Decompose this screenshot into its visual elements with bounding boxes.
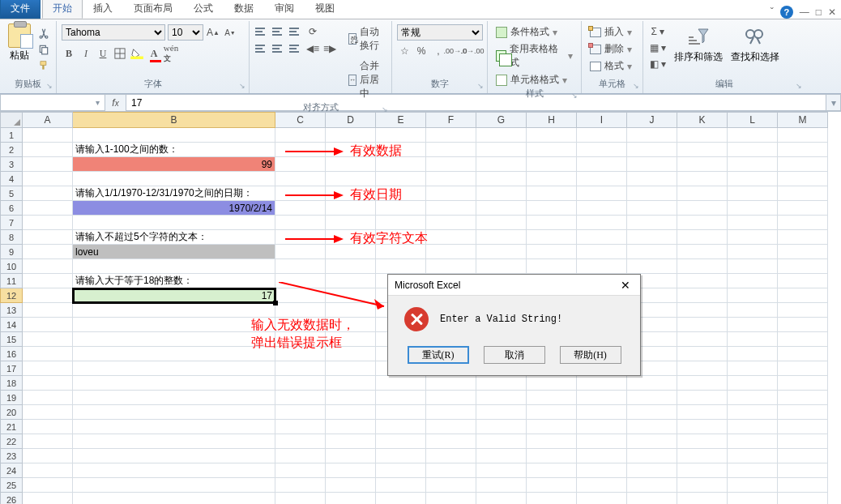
cell-A4[interactable] (23, 172, 73, 186)
cell-L22[interactable] (728, 434, 778, 449)
cell-D25[interactable] (326, 478, 376, 493)
shrink-font-button[interactable]: A▼ (223, 25, 237, 40)
cell-J5[interactable] (627, 186, 677, 201)
align-center-button[interactable] (271, 41, 286, 56)
cell-B24[interactable] (73, 463, 275, 478)
find-select-button[interactable]: 查找和选择 (729, 24, 781, 66)
font-name-select[interactable]: Tahoma (62, 24, 165, 41)
cell-F26[interactable] (426, 493, 476, 504)
formula-input[interactable]: 17 (126, 94, 826, 111)
row-header-6[interactable]: 6 (0, 201, 23, 216)
row-header-7[interactable]: 7 (0, 216, 23, 230)
cell-C8[interactable] (275, 230, 326, 245)
cell-G6[interactable] (476, 201, 527, 216)
align-middle-button[interactable] (271, 24, 286, 39)
cell-M19[interactable] (778, 391, 828, 405)
cell-F8[interactable] (426, 230, 476, 245)
cell-I19[interactable] (577, 391, 627, 405)
cell-A1[interactable] (23, 128, 73, 143)
sort-filter-button[interactable]: 排序和筛选 (672, 24, 724, 66)
cell-E7[interactable] (376, 216, 426, 230)
cell-H2[interactable] (527, 143, 577, 157)
select-all-corner[interactable] (0, 112, 23, 128)
cell-J9[interactable] (627, 245, 677, 259)
cell-A17[interactable] (23, 361, 73, 376)
cell-E4[interactable] (376, 172, 426, 186)
cell-K12[interactable] (677, 288, 728, 303)
cell-F18[interactable] (426, 376, 476, 391)
cell-L3[interactable] (728, 157, 778, 172)
cell-B14[interactable] (73, 318, 275, 332)
cell-E23[interactable] (376, 449, 426, 463)
cell-M26[interactable] (778, 493, 828, 504)
cell-B3[interactable]: 99 (73, 157, 275, 172)
tab-file[interactable]: 文件 (0, 0, 41, 19)
border-button[interactable] (113, 46, 127, 61)
col-header-G[interactable]: G (476, 112, 527, 128)
cell-B6[interactable]: 1970/2/14 (73, 201, 275, 216)
cell-K23[interactable] (677, 449, 728, 463)
cell-A21[interactable] (23, 420, 73, 434)
cell-M24[interactable] (778, 463, 828, 478)
cell-L11[interactable] (728, 274, 778, 288)
cell-I1[interactable] (577, 128, 627, 143)
cell-F10[interactable] (426, 259, 476, 274)
cell-B21[interactable] (73, 420, 275, 434)
cell-H7[interactable] (527, 216, 577, 230)
cell-J7[interactable] (627, 216, 677, 230)
tab-page-layout[interactable]: 页面布局 (123, 0, 183, 19)
cell-H6[interactable] (527, 201, 577, 216)
cell-B4[interactable] (73, 172, 275, 186)
phonetic-button[interactable]: wén文 (164, 46, 178, 61)
cell-L17[interactable] (728, 361, 778, 376)
cell-H1[interactable] (527, 128, 577, 143)
col-header-A[interactable]: A (23, 112, 73, 128)
cell-H21[interactable] (527, 420, 577, 434)
cut-button[interactable] (36, 26, 51, 41)
cell-C25[interactable] (275, 478, 326, 493)
cell-L16[interactable] (728, 347, 778, 361)
tab-formulas[interactable]: 公式 (183, 0, 224, 19)
cell-L21[interactable] (728, 420, 778, 434)
cell-L5[interactable] (728, 186, 778, 201)
ribbon-minimize-icon[interactable]: ˇ (771, 6, 774, 18)
cell-E25[interactable] (376, 478, 426, 493)
cell-G8[interactable] (476, 230, 527, 245)
cell-A14[interactable] (23, 318, 73, 332)
cell-K24[interactable] (677, 463, 728, 478)
row-header-23[interactable]: 23 (0, 449, 23, 463)
cell-I22[interactable] (577, 434, 627, 449)
cell-M3[interactable] (778, 157, 828, 172)
cell-M1[interactable] (778, 128, 828, 143)
cell-J25[interactable] (627, 478, 677, 493)
cell-E20[interactable] (376, 405, 426, 420)
cell-C21[interactable] (275, 420, 326, 434)
col-header-M[interactable]: M (778, 112, 828, 128)
cell-B19[interactable] (73, 391, 275, 405)
col-header-D[interactable]: D (326, 112, 376, 128)
tab-view[interactable]: 视图 (305, 0, 345, 19)
cell-J2[interactable] (627, 143, 677, 157)
formula-bar-expand-icon[interactable]: ▾ (826, 94, 841, 111)
cell-E22[interactable] (376, 434, 426, 449)
font-color-button[interactable]: A (147, 46, 161, 61)
number-format-select[interactable]: 常规 (397, 24, 483, 41)
cell-D17[interactable] (326, 361, 376, 376)
cell-K8[interactable] (677, 230, 728, 245)
cell-M8[interactable] (778, 230, 828, 245)
cell-A20[interactable] (23, 405, 73, 420)
cell-B2[interactable]: 请输入1-100之间的数： (73, 143, 275, 157)
cell-L9[interactable] (728, 245, 778, 259)
cell-A22[interactable] (23, 434, 73, 449)
cell-E19[interactable] (376, 391, 426, 405)
row-header-5[interactable]: 5 (0, 186, 23, 201)
col-header-I[interactable]: I (577, 112, 627, 128)
cell-B13[interactable] (73, 303, 275, 318)
cell-A10[interactable] (23, 259, 73, 274)
cell-H18[interactable] (527, 376, 577, 391)
cell-B15[interactable] (73, 332, 275, 347)
decrease-indent-button[interactable]: ◀≡ (305, 41, 320, 56)
cell-G7[interactable] (476, 216, 527, 230)
help-button[interactable]: 帮助(H) (560, 346, 621, 364)
cell-G19[interactable] (476, 391, 527, 405)
